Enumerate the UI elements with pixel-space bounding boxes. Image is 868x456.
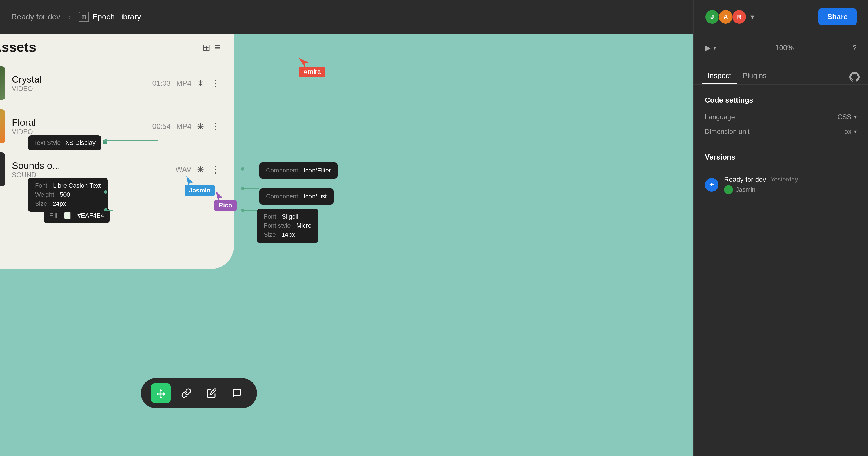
asterisk-icon-sounds: ✳ <box>197 164 204 175</box>
font-label: Font <box>35 182 48 189</box>
asset-type-crystal: VIDEO <box>12 85 146 93</box>
asset-name-floral: Floral <box>12 117 146 128</box>
more-icon-sounds[interactable]: ⋮ <box>211 164 220 175</box>
version-item: ✦ Ready for dev Yesterday Jasmin <box>705 170 857 200</box>
avatar-amira[interactable]: A <box>718 9 733 24</box>
dimension-setting: Dimension unit px ▾ <box>705 128 857 135</box>
version-user-name: Jasmin <box>736 186 755 193</box>
cursor-jasmin-label: Jasmin <box>185 185 215 196</box>
breadcrumb-separator: › <box>68 12 71 22</box>
tab-inspect[interactable]: Inspect <box>702 68 737 84</box>
dimension-label: Dimension unit <box>705 128 750 135</box>
fill-label: Fill <box>49 212 57 219</box>
toolbar-edit-icon[interactable] <box>202 383 221 403</box>
version-icon: ✦ <box>705 178 718 192</box>
asset-format-sounds: WAV <box>176 165 191 174</box>
dot-font <box>104 190 107 193</box>
cursor-rico-label: Rico <box>214 200 237 211</box>
dimension-value[interactable]: px ▾ <box>844 128 857 135</box>
font2-style-value: Micro <box>296 222 311 230</box>
asset-format-crystal: MP4 <box>177 79 191 88</box>
dot-fill <box>104 208 107 211</box>
size-label: Size <box>35 200 47 207</box>
comp-filter-label: Component <box>266 167 298 174</box>
dimension-value-text: px <box>844 128 851 135</box>
play-button[interactable]: ▶ ▾ <box>705 43 716 53</box>
asset-name-crystal: Crystal <box>12 74 146 85</box>
right-panel: J A R ▾ Share ▶ ▾ 100% ? Inspect Plugins <box>693 0 868 456</box>
asset-item-crystal: Crystal VIDEO 01:03 MP4 ✳ ⋮ <box>0 62 223 105</box>
toolbar-link-icon[interactable] <box>177 383 196 403</box>
help-button[interactable]: ? <box>853 43 857 52</box>
version-date: Yesterday <box>771 176 798 183</box>
share-button[interactable]: Share <box>818 8 857 25</box>
github-icon[interactable] <box>849 72 860 84</box>
font2-label: Font <box>264 213 276 220</box>
breadcrumb-text[interactable]: Ready for dev <box>11 12 60 22</box>
page-title-text: Epoch Library <box>92 12 141 22</box>
phone-mockup: 9:41 📶 <box>0 34 234 269</box>
fill-color-swatch <box>64 212 71 219</box>
language-value-text: CSS <box>838 113 851 121</box>
language-setting: Language CSS ▾ <box>705 113 857 121</box>
right-panel-controls: ▶ ▾ 100% ? <box>693 34 868 62</box>
comp-list-label: Component <box>266 193 298 200</box>
version-user: Jasmin <box>724 185 857 194</box>
font2-size-value: 14px <box>282 231 295 238</box>
versions-title: Versions <box>705 153 857 161</box>
text-style-label: Text Style <box>34 139 61 147</box>
language-value[interactable]: CSS ▾ <box>838 113 857 121</box>
font2-size-label: Size <box>264 231 276 238</box>
asset-thumb-sounds <box>0 152 5 186</box>
asterisk-icon-crystal: ✳ <box>197 78 204 88</box>
component-list-annotation: Component Icon/List <box>259 188 334 205</box>
asset-duration-floral: 00:54 <box>152 122 170 131</box>
cursor-amira: Amira <box>299 56 325 77</box>
assets-header: All Assets ⊞ ≡ <box>0 39 223 55</box>
code-settings-title: Code settings <box>705 96 857 104</box>
asset-thumb-crystal <box>0 66 5 100</box>
font2-annotation: Font Sligoil Font style Micro Size 14px <box>257 209 318 243</box>
font-value: Libre Caslon Text <box>53 182 101 189</box>
versions-section: Versions ✦ Ready for dev Yesterday Jasmi… <box>705 153 857 200</box>
assets-view-icons: ⊞ ≡ <box>203 42 220 53</box>
component-filter-annotation: Component Icon/Filter <box>259 162 338 179</box>
dot-filter <box>241 167 244 171</box>
language-label: Language <box>705 113 735 121</box>
asset-info-sounds: Sounds o... SOUND <box>12 160 169 179</box>
comp-list-value: Icon/List <box>304 193 327 200</box>
toolbar-move-icon[interactable] <box>151 383 171 403</box>
connector-line-fill <box>107 210 113 211</box>
more-icon-crystal[interactable]: ⋮ <box>211 78 220 89</box>
asset-info-floral: Floral VIDEO <box>12 117 146 136</box>
grid-view-icon[interactable]: ⊞ <box>203 42 210 53</box>
avatar-dropdown-icon[interactable]: ▾ <box>750 12 754 22</box>
play-dropdown-icon: ▾ <box>713 44 716 51</box>
fill-annotation: Fill #EAF4E4 <box>44 208 110 223</box>
avatar-rico[interactable]: R <box>732 9 747 24</box>
right-panel-tabs: Inspect Plugins <box>693 62 868 85</box>
canvas-area[interactable]: 9:41 📶 <box>0 34 693 456</box>
play-icon: ▶ <box>705 43 711 53</box>
component-icon: ⊞ <box>79 12 89 22</box>
fill-value: #EAF4E4 <box>78 212 104 219</box>
dot-font2 <box>241 209 244 212</box>
tab-plugins[interactable]: Plugins <box>737 68 772 84</box>
asset-info-crystal: Crystal VIDEO <box>12 74 146 93</box>
avatar-jasmin[interactable]: J <box>705 9 719 24</box>
list-view-icon[interactable]: ≡ <box>215 42 220 53</box>
version-info: Ready for dev Yesterday Jasmin <box>724 176 857 194</box>
chevron-down-icon-2: ▾ <box>854 128 857 135</box>
asset-meta-sounds: WAV ✳ <box>176 164 204 175</box>
asset-thumb-floral <box>0 109 5 143</box>
zoom-level[interactable]: 100% <box>775 43 794 52</box>
text-style-annotation: Text Style XS Display <box>28 135 101 151</box>
more-icon-floral[interactable]: ⋮ <box>211 121 220 132</box>
font2-value: Sligoil <box>282 213 299 220</box>
dot-list <box>241 187 244 190</box>
cursor-rico: Rico <box>214 191 237 211</box>
toolbar-comment-icon[interactable] <box>227 383 247 403</box>
right-panel-content: Code settings Language CSS ▾ Dimension u… <box>693 85 868 211</box>
page-title: ⊞ Epoch Library <box>79 12 141 22</box>
asset-name-sounds: Sounds o... <box>12 160 169 171</box>
